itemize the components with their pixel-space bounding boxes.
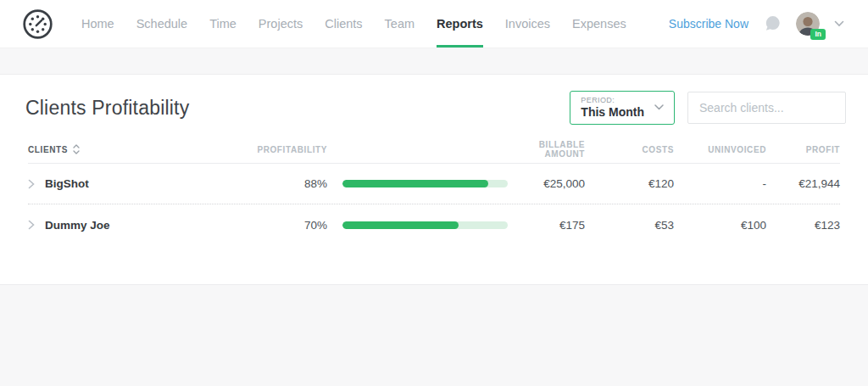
profitability-bar-cell — [327, 221, 508, 229]
sub-header-band — [0, 48, 868, 75]
column-header-costs: COSTS — [585, 145, 674, 154]
table-row[interactable]: BigShot 88% €25,000 €120 - €21,944 — [28, 164, 840, 204]
column-header-profitability: PROFITABILITY — [248, 145, 327, 154]
column-header-profit: PROFIT — [766, 145, 840, 154]
column-header-billable-amount: BILLABLE AMOUNT — [508, 140, 585, 159]
search-input[interactable] — [687, 92, 846, 124]
uninvoiced-value: €100 — [674, 219, 766, 232]
page-title: Clients Profitability — [25, 97, 189, 120]
sort-icon — [73, 144, 80, 154]
subscribe-now-link[interactable]: Subscribe Now — [669, 17, 748, 31]
clients-header-label: CLIENTS — [28, 145, 68, 154]
nav-item-clients[interactable]: Clients — [314, 0, 373, 48]
costs-value: €53 — [585, 219, 674, 232]
table-header-row: CLIENTS PROFITABILITY BILLABLE AMOUNT CO… — [28, 136, 840, 164]
nav-item-projects[interactable]: Projects — [248, 0, 314, 48]
progress-bar-track — [342, 180, 508, 187]
nav-item-invoices[interactable]: Invoices — [494, 0, 561, 48]
main-content: Clients Profitability PERIOD: This Month… — [0, 75, 868, 285]
period-text: PERIOD: This Month — [581, 96, 644, 119]
client-name-cell: BigShot — [28, 177, 248, 190]
table-row[interactable]: Dummy Joe 70% €175 €53 €100 €123 — [28, 204, 840, 245]
report-controls: PERIOD: This Month — [570, 91, 846, 125]
profitability-value: 88% — [248, 177, 327, 190]
profitability-value: 70% — [248, 219, 327, 232]
clients-profitability-table: CLIENTS PROFITABILITY BILLABLE AMOUNT CO… — [28, 136, 840, 245]
chevron-down-icon[interactable] — [834, 20, 844, 27]
nav-item-home[interactable]: Home — [70, 0, 125, 48]
progress-bar-fill — [342, 221, 459, 229]
navbar-right: Subscribe Now In — [669, 0, 844, 48]
client-name-cell: Dummy Joe — [28, 219, 248, 232]
expand-chevron-icon[interactable] — [28, 179, 35, 189]
page-header: Clients Profitability PERIOD: This Month — [28, 75, 840, 125]
nav-item-team[interactable]: Team — [374, 0, 426, 48]
costs-value: €120 — [585, 177, 674, 190]
nav-item-time[interactable]: Time — [198, 0, 248, 48]
nav-item-expenses[interactable]: Expenses — [561, 0, 637, 48]
chat-bubble-icon[interactable] — [763, 14, 782, 33]
progress-bar-track — [342, 221, 508, 229]
profitability-bar-cell — [327, 180, 508, 187]
status-badge: In — [810, 29, 826, 41]
billable-amount-value: €175 — [508, 219, 585, 232]
period-value: This Month — [581, 105, 644, 119]
progress-bar-fill — [342, 180, 488, 187]
profit-value: €21,944 — [766, 177, 840, 190]
main-nav: Home Schedule Time Projects Clients Team… — [70, 0, 637, 48]
user-avatar[interactable]: In — [796, 12, 820, 36]
chevron-down-icon — [654, 104, 664, 110]
uninvoiced-value: - — [674, 177, 766, 190]
client-name: Dummy Joe — [45, 219, 110, 232]
client-name: BigShot — [45, 177, 89, 190]
column-header-clients[interactable]: CLIENTS — [28, 144, 248, 154]
period-label: PERIOD: — [581, 96, 644, 104]
nav-item-schedule[interactable]: Schedule — [125, 0, 198, 48]
profit-value: €123 — [766, 219, 840, 232]
billable-amount-value: €25,000 — [508, 177, 585, 190]
expand-chevron-icon[interactable] — [28, 220, 35, 230]
app-logo-icon[interactable] — [22, 8, 53, 40]
column-header-uninvoiced: UNINVOICED — [674, 145, 766, 154]
nav-item-reports[interactable]: Reports — [426, 0, 494, 48]
top-navbar: Home Schedule Time Projects Clients Team… — [0, 0, 868, 48]
period-dropdown[interactable]: PERIOD: This Month — [570, 91, 675, 125]
